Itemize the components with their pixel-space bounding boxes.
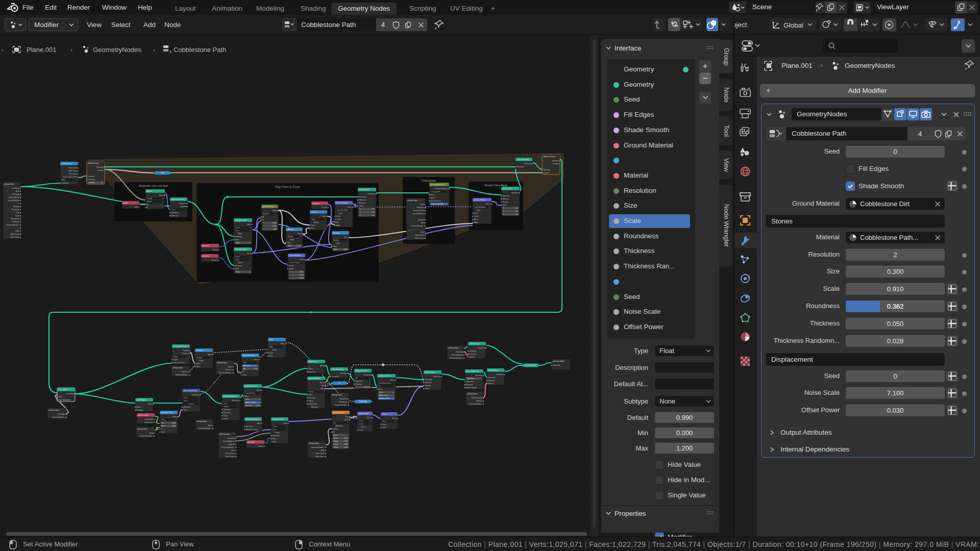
svg-text:Position: Position — [425, 385, 431, 387]
svg-text:Face Count: Face Count — [68, 173, 77, 175]
svg-text:Iteration: Iteration — [553, 163, 559, 165]
svg-text:ThicknessRando...: ThicknessRando... — [334, 404, 347, 406]
svg-text:0.500: 0.500 — [344, 440, 348, 442]
svg-text:0: 0 — [102, 182, 103, 184]
svg-text:Faces: Faces — [309, 391, 314, 393]
svg-text:Offset: Offset — [359, 205, 363, 207]
svg-text:Island Count: Island Count — [144, 421, 154, 423]
svg-text:ThicknessRando...: ThicknessRando... — [175, 374, 188, 376]
svg-text:Shade Smooth: Shade Smooth — [413, 210, 424, 212]
svg-text:Set Material: Set Material — [470, 343, 480, 345]
svg-text:Geometry: Geometry — [192, 394, 199, 396]
svg-text:Lacun: Lacun — [334, 443, 338, 445]
svg-text:ThicknessRando...: ThicknessRando... — [449, 357, 462, 359]
svg-text:Geometry: Geometry — [544, 169, 551, 171]
svg-text:Vector: Vector — [289, 265, 294, 267]
svg-text:›: › — [70, 46, 72, 54]
svg-text:Float: Float — [312, 218, 315, 220]
svg-text:Set Position: Set Position — [503, 188, 513, 190]
svg-text:Max: Max — [162, 425, 165, 427]
svg-text:Plane.001: Plane.001 — [27, 46, 57, 54]
svg-text:Edge Count: Edge Count — [68, 170, 77, 172]
svg-text:Random Value: Random Value — [243, 355, 255, 357]
svg-text:ThicknessRando...: ThicknessRando... — [469, 403, 482, 405]
svg-text:Vector: Vector — [236, 256, 240, 258]
svg-text:Noise Texture: Noise Texture — [334, 412, 345, 414]
svg-text:Angle: Angle — [336, 224, 340, 227]
svg-text:Switch: Switch — [314, 221, 319, 223]
svg-text:Selection: Selection — [137, 409, 143, 411]
svg-text:Selection: Selection — [467, 384, 473, 386]
svg-text:Fill Edges: Fill Edges — [417, 207, 424, 209]
svg-text:Size: Size — [421, 222, 424, 224]
svg-text:Center: Center — [336, 218, 341, 220]
svg-text:0.000: 0.000 — [273, 225, 277, 227]
svg-text:W: W — [333, 431, 335, 433]
svg-text:Selection: Selection — [180, 203, 186, 205]
svg-text:ThicknessRando...: ThicknessRando... — [218, 372, 232, 374]
svg-text:Material: Material — [418, 219, 424, 221]
svg-text:Group Input: Group Input — [218, 362, 228, 364]
svg-text:Selection: Selection — [356, 383, 362, 385]
svg-text:B: B — [263, 219, 264, 221]
svg-text:Vector: Vector — [300, 259, 304, 261]
svg-text:Clamp: Clamp — [275, 432, 280, 434]
svg-text:Angle B...: Angle B... — [263, 213, 271, 215]
svg-text:Iteration: Iteration — [544, 172, 550, 174]
svg-text:Center: Center — [474, 215, 479, 217]
svg-text:Y: Y — [503, 210, 504, 212]
svg-text:0.000: 0.000 — [300, 274, 304, 276]
svg-text:Vector: Vector — [273, 425, 278, 428]
svg-text:Domain Size: Domain Size — [62, 163, 72, 165]
svg-text:Align Face to Z axis: Align Face to Z axis — [275, 185, 300, 188]
svg-text:Multiply: Multiply — [334, 239, 339, 241]
svg-text:Mesh: Mesh — [245, 395, 249, 397]
svg-text:Float: Float — [184, 397, 188, 399]
svg-text:1.000: 1.000 — [172, 425, 176, 427]
svg-text:Top: Top — [321, 385, 324, 387]
svg-text:Position: Position — [313, 203, 320, 205]
svg-text:Geometry: Geometry — [96, 166, 104, 168]
svg-text:Group Input: Group Input — [310, 442, 320, 444]
svg-text:Max: Max — [243, 368, 247, 370]
svg-text:Material: Material — [476, 400, 482, 402]
svg-text:random: random — [188, 403, 194, 405]
svg-text:Offset Power: Offset Power — [10, 236, 19, 238]
svg-text:Multiply: Multiply — [197, 349, 203, 352]
svg-text:Value: Value — [235, 239, 239, 241]
svg-text:Point Distance: Point Distance — [431, 200, 442, 202]
svg-text:Offset Power: Offset Power — [414, 237, 424, 239]
svg-text:Clamp: Clamp — [272, 349, 277, 351]
svg-text:Geometry: Geometry — [524, 163, 531, 165]
svg-text:Noise Scale: Noise Scale — [316, 453, 325, 455]
svg-text:Scale: Scale — [383, 413, 387, 415]
svg-text:Value: Value — [197, 363, 201, 365]
svg-text:Geometry: Geometry — [517, 166, 524, 168]
svg-text:Geometry: Geometry — [184, 406, 191, 408]
svg-text:Equal: Equal — [148, 201, 152, 203]
svg-text:Value: Value — [334, 248, 338, 251]
svg-text:Geometry: Geometry — [235, 236, 242, 238]
svg-text:Geometry: Geometry — [363, 374, 371, 376]
svg-text:0.000: 0.000 — [172, 422, 176, 424]
svg-text:Axis: Axis — [336, 221, 339, 223]
svg-text:-1.000: -1.000 — [343, 248, 348, 251]
svg-text:B: B — [147, 207, 148, 209]
svg-text:Store Named At..: Store Named At.. — [184, 390, 198, 392]
svg-text:Scale Elements: Scale Elements — [224, 395, 237, 397]
svg-text:Cross Product: Cross Product — [290, 255, 301, 257]
svg-text:Geometry: Geometry — [228, 437, 235, 439]
svg-text:0.000: 0.000 — [344, 446, 348, 448]
svg-text:Material: Material — [470, 356, 475, 358]
svg-text:Inverted: Inverted — [180, 206, 186, 208]
svg-text:Geometry: Geometry — [503, 195, 510, 197]
svg-text:Center: Center — [224, 418, 228, 420]
svg-text:ThicknessRando...: ThicknessRando... — [410, 225, 424, 227]
svg-text:Vector: Vector — [347, 206, 352, 208]
svg-text:Cobblestone Path: Cobblestone Path — [174, 46, 226, 54]
svg-text:Type: Axis Angle: Type: Axis Angle — [337, 209, 349, 211]
svg-text:Sample Index: Sample Index — [236, 219, 247, 221]
svg-text:Seed: Seed — [228, 366, 232, 368]
svg-text:ThicknessRando...: ThicknessRando... — [52, 416, 65, 418]
svg-text:Point: Point — [184, 400, 188, 402]
